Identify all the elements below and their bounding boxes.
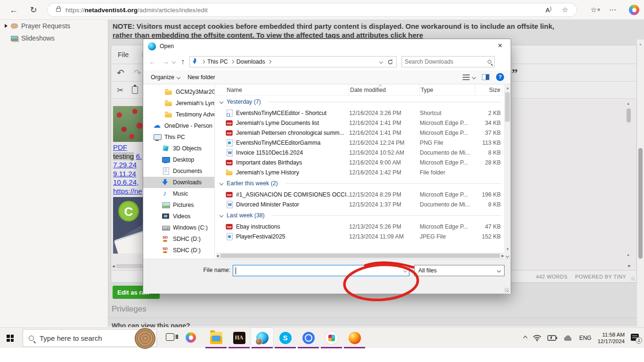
column-type[interactable]: Type [420,84,475,95]
tree-item[interactable]: OneDrive - Person [143,120,214,132]
forward-icon[interactable]: → [162,58,170,66]
cut-icon[interactable]: ✂ [117,85,123,95]
file-row[interactable]: PlayerFestival2025 12/13/2024 11:09 AM J… [216,231,511,241]
file-row[interactable]: Important dates Birthdays 12/16/2024 9:0… [216,157,511,167]
browser-menu-icon[interactable]: ⋯ [609,6,617,14]
list-vscrollbar[interactable]: ▲ ▼ [504,84,511,253]
date-link-1[interactable]: 6. [136,152,142,160]
address-bar[interactable]: https://netadventist4.org/admin/articles… [47,3,577,17]
battery-icon[interactable] [547,335,557,341]
file-group-header[interactable]: Earlier this week (2) [216,177,511,189]
taskbar-copilot-icon[interactable] [186,332,196,343]
language-indicator[interactable]: ENG [579,335,591,341]
menu-file[interactable]: File [118,51,129,58]
file-row[interactable]: Jeremiah's Lyme Documents list 12/16/202… [216,118,511,128]
wifi-icon[interactable] [533,335,541,341]
date-link-2[interactable]: 7.29.24 [113,161,137,169]
up-icon[interactable]: ↑ [181,58,185,66]
preview-pane-icon[interactable] [482,74,489,80]
scroll-left-icon[interactable]: ◀ [216,254,219,257]
sidebar-item-prayer-requests[interactable]: Prayer Requests [0,20,108,32]
redo-icon[interactable]: ↷ [134,67,141,78]
scroll-left-icon[interactable]: ◀ [112,264,114,268]
new-folder-button[interactable]: New folder [187,74,215,81]
editor-vscrollbar[interactable]: ▲ ▼ [626,102,632,257]
help-icon[interactable]: ? [496,73,504,81]
tree-item[interactable]: Jeremiah's Lyme [143,98,214,109]
file-group-header[interactable]: Yesterday (7) [216,96,511,108]
tree-item[interactable]: Desktop [143,154,214,165]
resize-grip-icon[interactable] [631,277,635,280]
tree-item[interactable]: Music [143,188,214,199]
taskbar-app[interactable] [320,328,343,348]
tree-item[interactable]: Windows (C:) [143,222,214,233]
browser-scrollbar[interactable]: ▲ ▼ [637,40,644,346]
tree-item[interactable]: This PC [143,132,214,143]
tree-item[interactable]: Testimony Adver [143,109,214,120]
scroll-down-icon[interactable]: ▼ [627,254,630,257]
clock[interactable]: 11:58 AM 12/17/2024 [597,331,625,345]
file-row[interactable]: Jeremiah Pettersen chronological summ...… [216,128,511,138]
column-name[interactable]: Name [216,84,349,95]
scroll-thumb[interactable] [627,108,631,123]
taskbar-app[interactable] [228,328,251,348]
blockquote-icon[interactable]: ” [512,66,518,81]
file-row[interactable]: #1_ASIGNACIÓN DE COMISIONES OCCI... 12/1… [216,189,511,199]
date-link-4[interactable]: 10.6.24, [113,178,139,186]
undo-icon[interactable]: ↶ [117,67,124,78]
file-row[interactable]: EventsNoTinyMCEEditor - Shortcut 12/16/2… [216,108,511,118]
file-row[interactable]: EventsNoTinyMCEEditorGamma 12/16/2024 12… [216,138,511,148]
close-icon[interactable]: × [489,39,511,53]
address-dropdown-icon[interactable] [379,60,383,64]
favorites-list-icon[interactable]: ☆ [591,6,597,14]
scroll-up-icon[interactable]: ▲ [639,42,642,46]
organize-button[interactable]: Organize [151,74,180,81]
start-button-icon[interactable] [7,335,14,342]
taskbar-app[interactable] [204,328,228,348]
scroll-down-icon[interactable]: ▼ [506,247,509,251]
crumb-separator-icon[interactable] [267,60,271,64]
onedrive-cloud-icon[interactable] [563,335,573,341]
browser-refresh-icon[interactable]: ↻ [27,4,40,16]
tree-item[interactable]: Videos [143,211,214,222]
read-aloud-icon[interactable]: A [546,6,552,14]
chevron-down-icon[interactable] [403,269,407,272]
scroll-thumb[interactable] [505,92,510,122]
resize-grip-icon[interactable] [505,288,509,292]
task-view-icon[interactable] [166,333,174,341]
url-link[interactable]: https://ne [113,187,142,195]
history-chevron-icon[interactable] [172,60,176,64]
file-row[interactable]: Divorced Minister Pastor 12/15/2024 1:37… [216,199,511,209]
pdf-link[interactable]: PDF [113,143,127,151]
dialog-titlebar[interactable]: Open × [143,39,511,53]
tree-item[interactable]: 3D Objects [143,143,214,154]
breadcrumb-downloads[interactable]: Downloads [236,58,265,65]
breadcrumb-this-pc[interactable]: This PC [207,58,228,65]
favorite-star-icon[interactable]: ☆ [562,6,568,14]
address-breadcrumb[interactable]: This PC Downloads [189,56,397,67]
view-mode-button[interactable] [463,74,475,80]
copilot-icon[interactable] [629,5,639,15]
taskbar-search[interactable] [23,329,157,347]
powered-by-tiny[interactable]: POWERED BY TINY [575,274,626,280]
taskbar-app[interactable] [343,328,366,348]
file-row[interactable]: Ebay instructions 12/13/2024 5:26 PM Mic… [216,222,511,231]
file-row[interactable]: Jeremiah's Lyme History 12/16/2024 1:42 … [216,167,511,177]
back-icon[interactable]: ← [149,58,156,66]
tree-item[interactable]: Downloads [143,177,214,188]
crumb-separator-icon[interactable] [201,60,205,64]
file-row[interactable]: Invoice 11510Dec16.2024 12/16/2024 10:52… [216,148,511,157]
editor-hscrollbar[interactable]: ◀ [112,263,146,268]
group-collapse-icon[interactable] [220,100,223,104]
file-type-select[interactable]: All files [414,265,505,276]
tree-item[interactable]: Documents [143,165,214,177]
crumb-separator-icon[interactable] [230,60,234,64]
file-group-header[interactable]: Last week (38) [216,209,511,222]
sidebar-item-slideshows[interactable]: Slideshows [0,32,108,44]
column-date-modified[interactable]: Date modified [349,84,420,95]
scroll-up-icon[interactable]: ▲ [627,102,630,105]
taskbar-app[interactable] [274,328,297,348]
file-name-input[interactable] [233,265,409,276]
group-collapse-icon[interactable] [220,181,223,185]
scroll-thumb[interactable] [220,254,499,258]
